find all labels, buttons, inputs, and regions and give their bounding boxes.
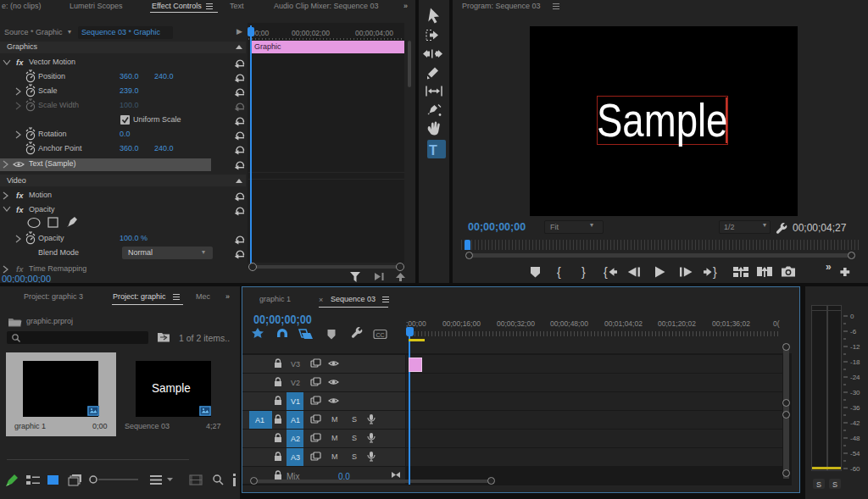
svg-text:{: {	[604, 265, 608, 279]
svg-text:-54: -54	[850, 450, 860, 457]
svg-text:M: M	[331, 415, 338, 424]
svg-text:»: »	[826, 261, 832, 273]
svg-text:S: S	[352, 452, 357, 461]
svg-text:-12: -12	[850, 343, 860, 351]
svg-text:{: {	[557, 265, 561, 279]
svg-text:S: S	[352, 434, 357, 442]
svg-text:M: M	[331, 452, 338, 461]
svg-text:0: 0	[850, 313, 854, 320]
svg-text:S: S	[352, 415, 357, 424]
svg-text:-18: -18	[850, 358, 860, 366]
svg-text:T: T	[429, 143, 437, 158]
svg-text:-6: -6	[850, 328, 857, 335]
svg-text:-36: -36	[850, 404, 860, 412]
svg-text:-60: -60	[850, 465, 860, 473]
svg-text:-24: -24	[850, 374, 860, 381]
svg-text:-48: -48	[850, 435, 860, 442]
svg-text:M: M	[331, 434, 338, 442]
svg-text:CC: CC	[376, 332, 385, 338]
svg-text:-30: -30	[850, 389, 860, 396]
svg-text:-42: -42	[850, 419, 860, 427]
svg-text:}: }	[581, 265, 586, 279]
svg-text:}: }	[713, 265, 717, 279]
